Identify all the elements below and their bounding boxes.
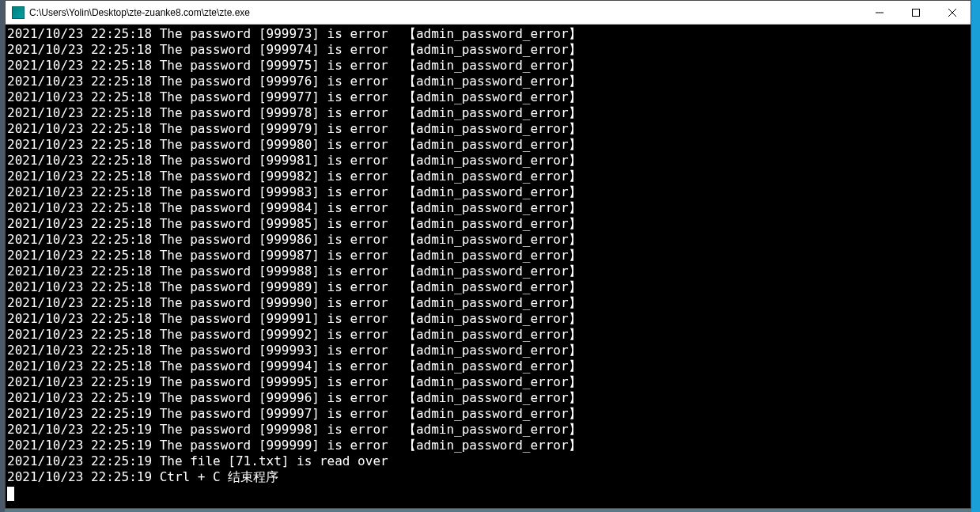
minimize-icon (876, 9, 884, 17)
log-line: 2021/10/23 22:25:18 The password [999990… (7, 295, 971, 311)
log-line: 2021/10/23 22:25:18 The password [999977… (7, 89, 971, 105)
log-line: 2021/10/23 22:25:19 The password [999997… (7, 406, 971, 422)
console-output[interactable]: 2021/10/23 22:25:18 The password [999973… (6, 25, 971, 508)
window-controls (861, 1, 971, 24)
log-line: 2021/10/23 22:25:18 The password [999973… (7, 26, 971, 42)
log-line: 2021/10/23 22:25:18 The password [999984… (7, 200, 971, 216)
log-line: 2021/10/23 22:25:18 The password [999976… (7, 74, 971, 89)
log-line: 2021/10/23 22:25:18 The password [999982… (7, 169, 971, 184)
log-line: 2021/10/23 22:25:18 The password [999979… (7, 121, 971, 137)
log-line: 2021/10/23 22:25:18 The password [999992… (7, 327, 971, 343)
log-line: 2021/10/23 22:25:18 The password [999975… (7, 58, 971, 74)
console-window: C:\Users\Yolin\Desktop\zte-zuanke8.com\z… (5, 0, 971, 509)
log-line: 2021/10/23 22:25:18 The password [999983… (7, 184, 971, 200)
background-right-strip (971, 0, 980, 512)
log-line: 2021/10/23 22:25:18 The password [999991… (7, 311, 971, 327)
log-line-end: 2021/10/23 22:25:19 Ctrl + C 结束程序 (7, 469, 971, 485)
minimize-button[interactable] (861, 1, 898, 24)
log-line: 2021/10/23 22:25:18 The password [999988… (7, 264, 971, 279)
close-button[interactable] (934, 1, 971, 24)
log-line: 2021/10/23 22:25:19 The password [999998… (7, 422, 971, 438)
log-line: 2021/10/23 22:25:18 The password [999974… (7, 42, 971, 58)
log-line: 2021/10/23 22:25:19 The password [999999… (7, 438, 971, 453)
cursor (7, 487, 14, 501)
maximize-icon (912, 9, 920, 17)
log-line: 2021/10/23 22:25:18 The password [999985… (7, 216, 971, 232)
log-line: 2021/10/23 22:25:18 The password [999993… (7, 343, 971, 358)
log-line: 2021/10/23 22:25:18 The password [999989… (7, 279, 971, 295)
cursor-line (7, 485, 971, 501)
log-line: 2021/10/23 22:25:19 The password [999995… (7, 374, 971, 390)
window-title: C:\Users\Yolin\Desktop\zte-zuanke8.com\z… (29, 7, 861, 18)
log-line: 2021/10/23 22:25:18 The password [999981… (7, 153, 971, 169)
close-icon (948, 9, 956, 17)
log-line: 2021/10/23 22:25:18 The password [999980… (7, 137, 971, 153)
log-line: 2021/10/23 22:25:18 The password [999987… (7, 248, 971, 264)
log-line: 2021/10/23 22:25:19 The password [999996… (7, 390, 971, 406)
app-icon (12, 6, 25, 19)
titlebar[interactable]: C:\Users\Yolin\Desktop\zte-zuanke8.com\z… (6, 1, 971, 25)
maximize-button[interactable] (898, 1, 934, 24)
svg-rect-1 (913, 9, 920, 16)
log-line: 2021/10/23 22:25:18 The password [999986… (7, 232, 971, 248)
log-line: 2021/10/23 22:25:18 The password [999978… (7, 105, 971, 121)
log-line: 2021/10/23 22:25:18 The password [999994… (7, 358, 971, 374)
log-line-file: 2021/10/23 22:25:19 The file [71.txt] is… (7, 453, 971, 469)
